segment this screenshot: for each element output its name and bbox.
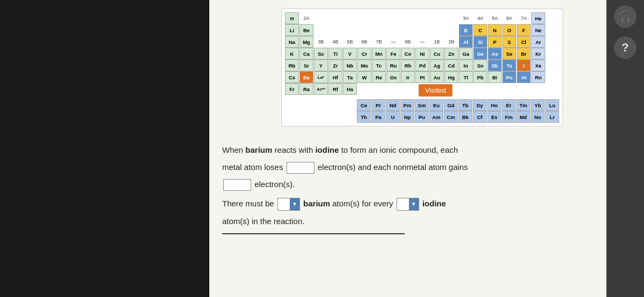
element-Ge: Ge: [473, 48, 487, 60]
element-Ti: Ti: [328, 48, 342, 60]
element-Hg: Hg: [444, 71, 458, 83]
text-iodine-2: iodine: [422, 199, 446, 208]
element-Gd: Gd: [444, 99, 458, 111]
element-Ne: Ne: [531, 24, 545, 36]
barium-count-arrow[interactable]: ▼: [290, 198, 299, 210]
text-when: When: [222, 145, 245, 154]
iodine-count-dropdown[interactable]: ▼: [397, 198, 419, 211]
empty: [430, 24, 444, 36]
element-Si: Si: [473, 36, 487, 48]
element-Li: Li: [285, 24, 299, 36]
empty: [517, 83, 531, 95]
element-As: As: [488, 48, 502, 60]
element-Pa: Pa: [371, 111, 385, 123]
element-Sm: Sm: [415, 99, 429, 111]
element-In: In: [459, 60, 473, 71]
empty: [531, 83, 545, 95]
element-Fm: Fm: [502, 111, 516, 123]
element-Te: Te: [502, 60, 516, 71]
metal-electrons-input[interactable]: [287, 162, 314, 174]
empty: [372, 12, 386, 24]
question-line-4: There must be ▼ barium atom(s) for every…: [222, 197, 594, 211]
element-Ce: Ce: [357, 99, 371, 111]
element-Cf: Cf: [473, 111, 487, 123]
element-Lu: Lu: [545, 99, 559, 111]
text-electrons-nonmetal: electron(s) and each nonmetal atom gains: [318, 162, 468, 172]
element-He: He: [531, 12, 545, 24]
pt-row-3: Na Mg 3B 4B 5B 6B 7B — 8B — 1B 2B Al Si …: [285, 36, 559, 48]
empty: [372, 83, 386, 95]
element-Sn: Sn: [473, 60, 487, 71]
element-Ha: Ha: [343, 83, 357, 95]
left-panel: [0, 0, 209, 297]
empty: [502, 83, 516, 95]
nonmetal-electrons-input[interactable]: [223, 179, 251, 191]
element-Th: Th: [357, 111, 371, 123]
element-Ar: Ar: [531, 36, 545, 48]
element-Pu: Pu: [415, 111, 429, 123]
header-3B: 3B: [314, 36, 328, 48]
element-Fr: Fr: [285, 83, 299, 95]
pt-row-4: K Ca Sc Ti V Cr Mn Fe Co Ni Cu Zn Ga Ge …: [285, 48, 559, 60]
element-Rn: Rn: [531, 71, 545, 83]
element-Mn: Mn: [372, 48, 386, 60]
text-electrons: electron(s).: [254, 180, 295, 189]
element-No: No: [531, 111, 545, 123]
element-Eu: Eu: [429, 99, 443, 111]
element-Hf: Hf: [328, 71, 342, 83]
header-6A: 6A: [502, 12, 516, 24]
header-5A: 5A: [488, 12, 502, 24]
element-Tl: Tl: [459, 71, 473, 83]
element-Mg: Mg: [299, 36, 313, 48]
element-Xe: Xe: [531, 60, 545, 71]
empty: [415, 12, 429, 24]
empty: [343, 24, 357, 36]
empty: [473, 83, 487, 95]
header-2B: 2B: [444, 36, 458, 48]
element-Cu: Cu: [430, 48, 444, 60]
question-line-1: When barium reacts with iodine to form a…: [222, 144, 594, 157]
pt-row-6: Cs Ba La* Hf Ta W Re Os Ir Pt Au Hg Tl P…: [285, 71, 559, 83]
element-V: V: [343, 48, 357, 60]
element-Cs: Cs: [285, 71, 299, 83]
barium-count-dropdown[interactable]: ▼: [277, 198, 300, 211]
iodine-count-arrow[interactable]: ▼: [409, 198, 419, 210]
headset-icon: 🎧: [619, 10, 632, 23]
element-At: At: [517, 71, 531, 83]
header-8B: 8B: [401, 36, 415, 48]
element-Ta: Ta: [343, 71, 357, 83]
header-2A: 2A: [299, 12, 313, 24]
help-button[interactable]: ?: [614, 36, 636, 59]
empty: [357, 83, 371, 95]
question-line-3: electron(s).: [222, 178, 594, 191]
barium-count-value: [278, 198, 290, 210]
element-Dy: Dy: [473, 99, 487, 111]
element-Pd: Pd: [415, 60, 429, 71]
empty: [314, 24, 328, 36]
element-Ir: Ir: [401, 71, 415, 83]
element-Al: Al: [459, 36, 473, 48]
element-Na: Na: [285, 36, 299, 48]
element-Cr: Cr: [357, 48, 371, 60]
header-4B: 4B: [328, 36, 342, 48]
empty: [401, 24, 415, 36]
element-S: S: [502, 36, 516, 48]
empty: [386, 83, 400, 95]
element-O: O: [502, 24, 516, 36]
element-Au: Au: [430, 71, 444, 83]
periodic-table: H 2A 3A 4A 5A 6A 7A He L: [281, 9, 563, 127]
element-Bi: Bi: [488, 71, 502, 83]
element-B: B: [459, 24, 473, 36]
element-Cm: Cm: [444, 111, 458, 123]
element-Zr: Zr: [328, 60, 342, 71]
headset-button[interactable]: 🎧: [614, 5, 636, 28]
periodic-table-container: H 2A 3A 4A 5A 6A 7A He L: [249, 9, 594, 136]
empty: [328, 99, 342, 111]
empty: [357, 12, 371, 24]
element-Sb: Sb: [488, 60, 502, 71]
pt-row-5: Rb Sr Y Zr Nb Mo Tc Ru Rh Pd Ag Cd In Sn…: [285, 60, 559, 71]
element-Cd: Cd: [444, 60, 458, 71]
element-K: K: [285, 48, 299, 60]
pt-lanthanides: Ce Pr Nd Pm Sm Eu Gd Tb Dy Ho Er Tm Yb L…: [328, 99, 559, 111]
text-iodine: iodine: [315, 145, 339, 154]
